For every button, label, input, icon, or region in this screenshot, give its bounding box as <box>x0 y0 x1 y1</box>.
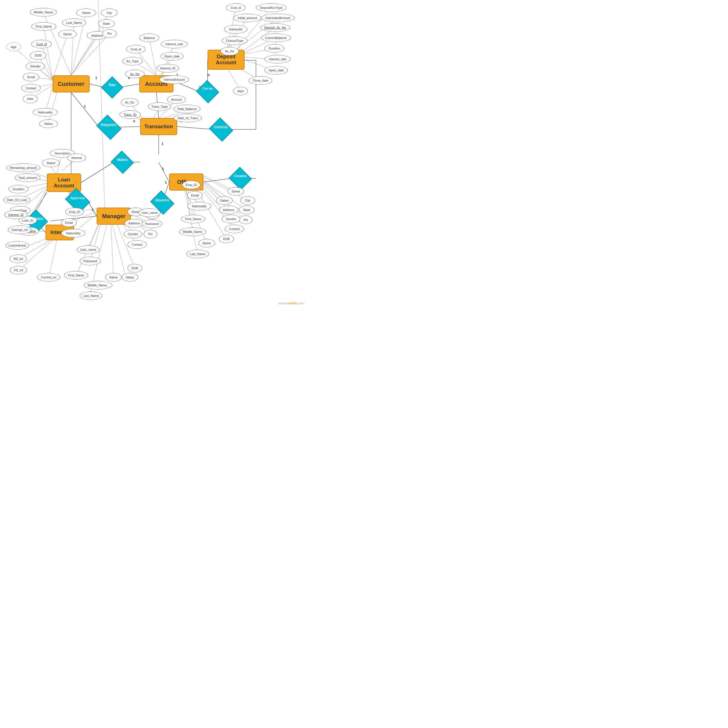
attr-pin-off: Pin <box>239 216 252 224</box>
svg-text:n: n <box>133 119 135 123</box>
attr-cust-id: Cust_id <box>31 40 52 48</box>
attr-contact-cust: Contact <box>21 84 41 92</box>
attr-remaining-amount: Remaining_amount <box>6 164 40 172</box>
attr-street-off: Street <box>228 187 244 196</box>
attr-last-name-mgr: Last_Name <box>80 292 102 300</box>
attr-first-name-cust: First_Name <box>31 22 56 31</box>
attr-status-loan: Status <box>42 159 60 167</box>
attr-current-balance: CurrentBalance <box>261 34 291 42</box>
attr-salary-cust: Salary <box>39 119 58 128</box>
attr-address-off: Address <box>219 206 238 214</box>
attr-cust-id-dep: Cust_id <box>226 3 245 12</box>
attr-address-mgr: Address <box>125 219 144 228</box>
attr-pin-mgr: Pin <box>144 230 157 238</box>
attr-first-name-mgr: First_Name <box>64 271 88 280</box>
attr-email-mgr: Email <box>61 219 77 227</box>
watermark: www.creately.com <box>278 301 304 305</box>
attr-last-name-cust: Last_Name <box>62 18 86 27</box>
attr-rd-int: RD_int <box>9 254 27 263</box>
attr-amount-trans: Amount <box>167 95 186 104</box>
attr-date-of-loan: Date_Of_Loan <box>3 196 31 204</box>
attr-user-name-mgr: User_name <box>77 245 99 254</box>
svg-text:1: 1 <box>165 180 167 185</box>
attr-initial-amount: Initial_amount <box>233 14 262 22</box>
attr-state-off: State <box>239 206 254 214</box>
svg-line-1 <box>120 84 139 87</box>
attr-salary-mgr: Salary <box>122 273 138 281</box>
attr-cust-id-acc: Cust_id <box>126 45 145 54</box>
attr-password-gov: Password <box>142 220 162 228</box>
svg-text:n: n <box>208 73 210 77</box>
svg-line-50 <box>53 34 67 80</box>
attr-duration-loan: Duration <box>9 185 28 193</box>
attr-interest-id: Interest_ID <box>4 210 28 219</box>
attr-days-dep: days <box>233 87 248 95</box>
attr-current-int: Current_int <box>37 273 60 281</box>
attr-deposit-ac-no: Deposit_Ac_No <box>260 23 290 32</box>
attr-dob-mgr: DOB <box>127 264 142 272</box>
svg-text:1: 1 <box>162 167 164 171</box>
attr-trans-id: Trans_ID <box>119 110 141 119</box>
attr-gender-cust: Gender <box>26 62 45 70</box>
svg-text:1: 1 <box>95 76 97 80</box>
attr-open-date-acc: Open_date <box>161 52 184 61</box>
attr-email-cust: Email <box>23 73 39 81</box>
attr-date-of-trans: Date_of_Trans <box>173 114 202 122</box>
attr-nationality-off: Nationality <box>187 202 211 210</box>
attr-last-name-off: Last_Name <box>186 250 209 258</box>
entity-customer: Customer <box>53 75 90 92</box>
attr-total-amount-loan: Total_amount <box>15 173 40 182</box>
attr-dob-cust: DOB <box>30 51 46 60</box>
attr-name-mgr: Name <box>105 273 122 281</box>
attr-middle-name: Middle_Name <box>30 8 57 17</box>
svg-line-8 <box>177 127 212 129</box>
attr-contact-mgr: Contact <box>127 240 147 249</box>
svg-line-14 <box>159 162 169 182</box>
attr-ac-no-trans: Ac_No <box>121 98 139 107</box>
attr-street-cust: Street <box>76 9 96 17</box>
svg-line-6 <box>119 127 140 127</box>
attr-city-cust: City <box>101 9 118 17</box>
svg-line-55 <box>41 44 53 80</box>
attr-interest-rate-dep: Interest_rate <box>265 55 291 63</box>
attr-middle-name-mgr: Middle_Name_ <box>84 281 112 289</box>
attr-user-name-gov: User_name <box>139 208 161 217</box>
svg-line-53 <box>71 34 110 75</box>
svg-line-73 <box>226 18 248 51</box>
attr-savings-int: Savings_int <box>8 225 31 234</box>
attr-ac-no-acc: Ac_No <box>125 70 144 78</box>
svg-text:1: 1 <box>162 142 164 146</box>
attr-closure-type: ClosureType <box>222 37 248 45</box>
attr-pin-cust: Pin <box>102 29 116 38</box>
svg-text:1: 1 <box>84 104 86 109</box>
attr-contact-off: Contact <box>225 225 244 233</box>
svg-text:1: 1 <box>92 208 93 212</box>
attr-name-cust: Name <box>58 30 77 38</box>
attr-trans-type: Trans_Type <box>148 102 171 111</box>
attr-nationality-cust: Nationality <box>33 108 58 116</box>
svg-line-132 <box>111 225 113 277</box>
attr-middle-name-off: Middle_Name <box>179 228 206 236</box>
attr-gender-mgr: Gender <box>124 230 142 238</box>
attr-interest-rate-acc: Interest_rate <box>161 40 188 48</box>
entity-transaction: Transaction <box>140 118 177 135</box>
attr-interest-loan: Interest <box>67 154 86 162</box>
svg-line-63 <box>149 38 156 75</box>
diagram-container: 1 n 1 n 0..2 1 n n 1 1 n n 1 1 1 n 1 <box>0 0 307 307</box>
attr-age-cust: Age <box>6 43 21 51</box>
attr-balance-acc: Balance <box>139 34 159 42</box>
attr-interest-id-acc: Interest_ID <box>156 64 179 72</box>
svg-line-140 <box>49 240 57 277</box>
attr-deposit-acc-type: DepositAccType <box>256 3 287 12</box>
attr-open-date-dep: Open_date <box>265 66 288 75</box>
svg-line-51 <box>71 35 97 75</box>
attr-interest-id-dep: InterestId <box>224 25 248 34</box>
attr-pan-cust: PAN <box>23 95 38 103</box>
attr-state-cust: State <box>98 19 115 28</box>
attr-loan-interest: LoanInterest <box>6 241 29 250</box>
attr-dob-off: DOB <box>219 235 234 243</box>
attr-ac-no-dep: Ac_No <box>220 47 239 55</box>
svg-line-17 <box>81 162 114 183</box>
attr-first-name-off: First_Name <box>181 215 205 223</box>
attr-emp-id-mgr: Emp_ID <box>66 208 84 216</box>
